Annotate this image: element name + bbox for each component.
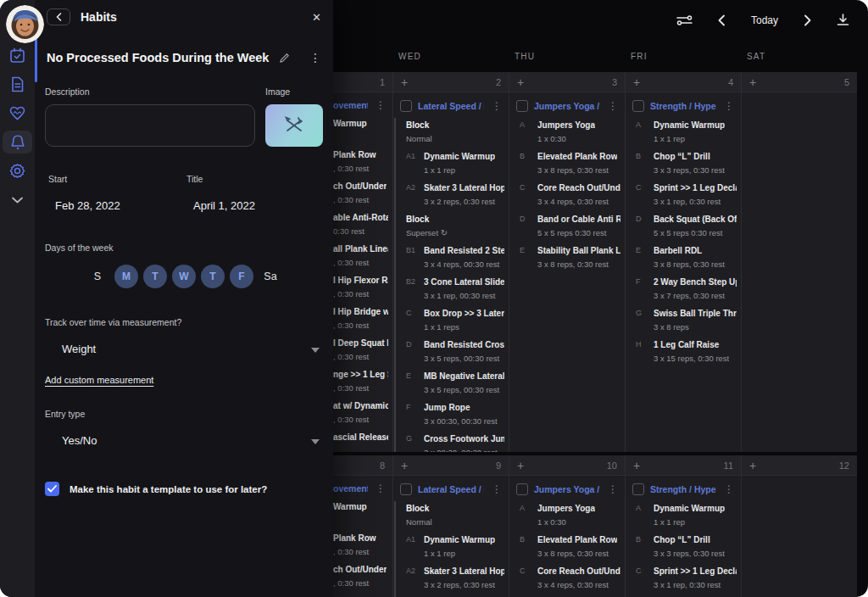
exercise-name: Block <box>406 120 432 131</box>
day-circle-selected[interactable]: T <box>201 265 225 288</box>
exercise-item[interactable]: DBack Squat (Back Off Set)5 x 5 reps 0:3… <box>626 214 741 237</box>
add-event-icon[interactable]: + <box>633 460 640 471</box>
workout-checkbox[interactable] <box>516 483 528 495</box>
sidebar-item-documents[interactable] <box>3 73 32 96</box>
day-circle-selected[interactable]: W <box>172 265 196 288</box>
exercise-item[interactable]: CBox Drop >> 3 Lateral H...1 x 1 reps <box>396 308 509 332</box>
exercise-item[interactable]: GSwiss Ball Triple Threat3 x 8 reps <box>626 308 741 332</box>
add-event-icon[interactable]: + <box>749 76 756 88</box>
day-circle-selected[interactable]: M <box>114 265 138 288</box>
end-date-value[interactable]: April 1, 2022 <box>185 199 323 212</box>
exercise-name: Jump Rope <box>424 402 498 413</box>
prev-week-icon[interactable] <box>718 14 726 26</box>
close-icon[interactable]: ✕ <box>312 11 321 24</box>
bell-icon <box>10 134 25 151</box>
download-icon[interactable] <box>837 14 849 26</box>
entry-type-select[interactable]: Yes/No <box>45 432 323 448</box>
exercise-name: Back Squat (Back Off Set) <box>654 214 737 225</box>
workout-menu-icon[interactable]: ⋮ <box>722 484 736 494</box>
panel-header: Habits ✕ <box>35 0 333 34</box>
exercise-item[interactable]: AJumpers Yoga1 x 0:30 <box>509 120 625 143</box>
exercise-item[interactable]: A2Skater 3 Lateral Hops >> ...3 x 2 reps… <box>396 182 509 206</box>
exercise-item[interactable]: DBand Resisted Crossover...3 x 5 reps, 0… <box>396 339 509 363</box>
description-input[interactable] <box>45 104 255 147</box>
sidebar-item-settings[interactable] <box>3 159 32 182</box>
workout-menu-icon[interactable]: ⋮ <box>374 100 387 110</box>
workout-title[interactable]: Jumpers Yoga / Core <box>534 484 600 494</box>
exercise-item[interactable]: BChop “L” Drill3 x 3 reps, 0:30 rest <box>626 151 741 175</box>
exercise-item[interactable]: B1Band Resisted 2 Step Late...3 x 4 reps… <box>396 245 509 269</box>
exercise-item[interactable]: BChop “L” Drill3 x 3 reps, 0:30 rest <box>626 534 741 558</box>
exercise-item[interactable]: CSprint >> 1 Leg Declarations3 x 1 rep, … <box>626 182 741 206</box>
add-custom-measurement-link[interactable]: Add custom measurement <box>45 375 153 385</box>
add-event-icon[interactable]: + <box>401 76 408 88</box>
add-event-icon[interactable]: + <box>633 76 640 88</box>
sidebar-item-health[interactable] <box>3 102 32 125</box>
workout-menu-icon[interactable]: ⋮ <box>606 484 620 494</box>
add-event-icon[interactable]: + <box>401 460 408 471</box>
edit-pencil-icon[interactable] <box>279 53 290 64</box>
workout-checkbox[interactable] <box>632 100 644 112</box>
exercise-item[interactable]: CCore Reach Out/Under3 x 4 reps, 0:30 re… <box>509 182 625 206</box>
workout-title[interactable]: Strength / Hypertro... <box>650 101 716 111</box>
sidebar-item-calendar[interactable] <box>3 44 32 67</box>
exercise-item[interactable]: A2Skater 3 Lateral Hops >> ...3 x 2 reps… <box>396 566 509 589</box>
workout-menu-icon[interactable]: ⋮ <box>490 484 504 494</box>
back-button[interactable] <box>47 8 70 25</box>
workout-title[interactable]: Lateral Speed / Plyo <box>418 484 484 494</box>
exercise-item[interactable]: BElevated Plank Row3 x 8 reps, 0:30 rest <box>509 534 625 558</box>
workout-menu-icon[interactable]: ⋮ <box>606 101 620 111</box>
exercise-name: Dynamic Warmup <box>424 534 495 545</box>
exercise-item[interactable]: CCore Reach Out/Under3 x 4 reps, 0:30 re… <box>509 566 625 589</box>
date-cell: +2 <box>392 72 509 92</box>
filter-sliders-icon[interactable] <box>676 14 693 26</box>
exercise-item[interactable]: EMB Negative Lateral Hop...3 x 5 reps, 0… <box>396 371 509 394</box>
add-event-icon[interactable]: + <box>749 460 756 471</box>
start-date-value[interactable]: Feb 28, 2022 <box>47 199 185 212</box>
workout-checkbox[interactable] <box>400 483 412 495</box>
sidebar-item-habits[interactable] <box>3 131 32 153</box>
exercise-item[interactable]: BElevated Plank Row3 x 8 reps, 0:30 rest <box>509 151 625 175</box>
sidebar-expand-chevron[interactable] <box>3 188 32 211</box>
next-week-icon[interactable] <box>804 14 811 26</box>
workout-title[interactable]: Strength / Hypertro... <box>650 484 716 494</box>
workout-title[interactable]: Jumpers Yoga / Core <box>534 101 600 111</box>
day-circle-selected[interactable]: F <box>230 265 253 288</box>
workout-menu-icon[interactable]: ⋮ <box>722 101 736 111</box>
workout-checkbox[interactable] <box>516 100 528 112</box>
workout-title[interactable]: ovement Q... <box>333 483 368 494</box>
exercise-item[interactable]: AJumpers Yoga1 x 0:30 <box>509 503 625 527</box>
workout-checkbox[interactable] <box>632 483 644 495</box>
today-button[interactable]: Today <box>751 14 778 26</box>
workout-menu-icon[interactable]: ⋮ <box>490 101 504 111</box>
exercise-item[interactable]: B23 Cone Lateral Slide3 x 1 rep, 00:30 r… <box>396 276 509 300</box>
exercise-item[interactable]: GCross Footwork Jump Rope3 x 00:30, 00:3… <box>396 433 509 452</box>
exercise-name: l Hip Bridge w/ ... <box>333 306 388 317</box>
exercise-item[interactable]: F2 Way Bench Step Up3 x 7 reps, 0:30 res… <box>626 276 741 300</box>
workout-title[interactable]: ovement Q... <box>333 100 368 110</box>
exercise-item[interactable]: A1Dynamic Warmup1 x 1 rep <box>396 534 509 558</box>
exercise-item[interactable]: FJump Rope3 x 00:30, 00:30 rest <box>396 402 509 426</box>
exercise-name: 2 Way Bench Step Up <box>654 276 737 287</box>
exercise-item[interactable]: CSprint >> 1 Leg Declarations3 x 1 rep, … <box>626 566 741 589</box>
exercise-item[interactable]: A1Dynamic Warmup1 x 1 rep <box>396 151 509 175</box>
exercise-item[interactable]: H1 Leg Calf Raise3 x 15 reps, 0:30 rest <box>626 339 741 363</box>
user-avatar[interactable] <box>6 5 44 43</box>
workout-menu-icon[interactable]: ⋮ <box>374 483 387 494</box>
workout-title[interactable]: Lateral Speed / Plyo <box>418 101 484 111</box>
day-circle-selected[interactable]: T <box>143 265 167 288</box>
exercise-item[interactable]: EBarbell RDL3 x 8 reps, 0:30 rest <box>626 245 741 269</box>
exercise-item[interactable]: DBand or Cable Anti Rotati...5 x 5 reps … <box>509 214 625 237</box>
exercise-item[interactable]: EStability Ball Plank Linear ...3 x 8 re… <box>509 245 625 269</box>
template-checkbox[interactable] <box>45 482 59 496</box>
habit-image-tile[interactable] <box>265 104 323 147</box>
habit-menu-icon[interactable]: ⋮ <box>309 51 321 64</box>
add-event-icon[interactable]: + <box>517 460 524 471</box>
measurement-select[interactable]: Weight <box>45 341 323 356</box>
exercise-item[interactable]: ADynamic Warmup1 x 1 rep <box>626 120 741 143</box>
exercise-item[interactable]: ADynamic Warmup1 x 1 rep <box>626 503 741 527</box>
exercise-name: MB Negative Lateral Hop... <box>424 371 504 382</box>
add-event-icon[interactable]: + <box>517 76 524 88</box>
workout-checkbox[interactable] <box>400 100 412 112</box>
exercise-letter: D <box>636 214 654 237</box>
